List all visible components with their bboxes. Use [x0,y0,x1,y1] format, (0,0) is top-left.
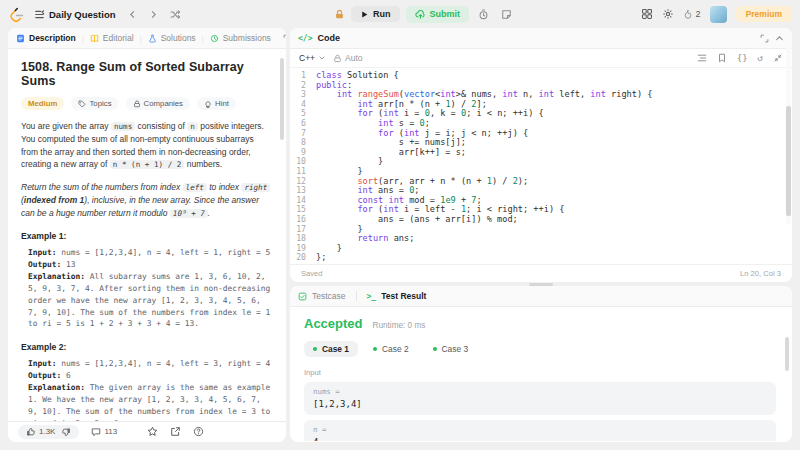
tab-solutions[interactable]: Solutions [148,33,196,43]
avatar[interactable] [710,6,727,23]
description-panel-tabs: Description | Editorial | Solutions | [8,28,286,49]
description-doc-icon [16,34,25,43]
daily-question-nav[interactable]: Daily Question [31,6,119,23]
leetcode-logo[interactable] [10,7,25,22]
code-line[interactable]: 1class Solution { [290,71,792,81]
apps-grid-icon[interactable] [641,8,653,20]
settings-gear-icon[interactable] [662,8,674,20]
share-button[interactable] [170,426,181,437]
tab-editorial-label: Editorial [103,33,134,43]
example-1-input: nums = [1,2,3,4], n = 4, left = 1, right… [61,248,270,257]
auto-label: Auto [345,53,363,63]
n-field-value: 4 [313,437,767,441]
tab-separator: | [82,34,84,43]
test-result-scrollbar[interactable] [785,337,789,441]
streak-count: 2 [696,9,701,19]
tab-editorial[interactable]: Editorial [90,33,134,43]
example-1-label: Example 1: [21,231,272,241]
dislike-button[interactable] [61,427,71,437]
input-label: Input: [28,248,57,257]
prev-problem-button[interactable] [125,7,140,22]
description-footer: 1.3K 113 [8,421,286,441]
example-2: Example 2: Input: nums = [1,2,3,4], n = … [21,342,272,421]
n-field[interactable]: n = 4 [304,420,776,441]
case-2-chip[interactable]: Case 2 [364,341,418,357]
input-section-label: Input [304,368,776,377]
solutions-flask-icon [148,34,157,43]
editorial-book-icon [90,34,99,43]
code-line[interactable]: 16 ans = (ans + arr[i]) % mod; [290,215,792,225]
language-selector[interactable]: C++ [299,53,326,63]
help-button[interactable] [193,426,204,437]
test-panel-tabs: Testcase >_ Test Result [290,286,792,307]
reset-code-icon[interactable]: ↺ [758,53,763,63]
auto-toggle[interactable]: Auto [333,53,363,63]
code-editor[interactable]: 1class Solution {2public:3 int rangeSum(… [290,68,792,264]
like-button[interactable]: 1.3K [26,427,55,437]
nums-field-value: [1,2,3,4] [313,399,767,409]
random-problem-button[interactable] [167,6,184,23]
tab-description[interactable]: Description [16,33,76,43]
example-2-label: Example 2: [21,342,272,352]
cursor-position: Ln 20, Col 3 [740,269,781,278]
top-bar: Daily Question Run [0,0,800,28]
case-pass-dot [433,347,437,351]
submit-button[interactable]: Submit [406,6,470,23]
code-line[interactable]: 10 } [290,157,792,167]
comment-count: 113 [104,427,117,436]
code-scrollbar[interactable] [786,28,791,224]
language-label: C++ [299,53,315,63]
snippets-icon[interactable]: {} [737,53,748,63]
verdict-status: Accepted [304,316,363,331]
explanation-label: Explanation: [28,383,85,392]
topics-label: Topics [89,99,111,108]
tab-divider [356,291,357,301]
format-code-icon[interactable] [697,53,707,63]
premium-button[interactable]: Premium [736,6,792,22]
difficulty-badge[interactable]: Medium [21,97,64,110]
problem-paragraph-1: You are given the array nums consisting … [21,120,272,171]
input-label: Input: [28,359,57,368]
fold-panel-icon[interactable] [773,53,783,63]
timer-icon[interactable] [475,6,492,23]
bookmark-icon[interactable] [717,53,727,63]
code-line[interactable]: 19 } [290,244,792,254]
code-icon: </> [298,34,312,43]
tab-testcase[interactable]: Testcase [298,291,346,301]
topics-badge[interactable]: Topics [71,97,118,110]
favorite-star-button[interactable] [147,426,158,437]
tab-test-result[interactable]: >_ Test Result [367,291,427,301]
case-3-label: Case 3 [442,344,469,354]
case-1-chip[interactable]: Case 1 [304,341,358,357]
next-problem-button[interactable] [146,7,161,22]
expand-code-icon[interactable] [760,34,769,43]
streak-counter[interactable]: 2 [683,9,701,20]
hint-badge[interactable]: Hint [197,97,236,110]
debug-lock-icon[interactable] [334,9,345,20]
comments-button[interactable]: 113 [91,427,117,437]
example-2-body: Input: nums = [1,2,3,4], n = 4, left = 3… [21,358,272,421]
output-label: Output: [28,260,61,269]
case-3-chip[interactable]: Case 3 [424,341,478,357]
problem-title: 1508. Range Sum of Sorted Subarray Sums [21,60,272,88]
terminal-icon: >_ [367,292,377,301]
lock-icon [133,100,141,108]
output-label: Output: [28,371,61,380]
nums-field[interactable]: nums = [1,2,3,4] [304,382,776,415]
companies-label: Companies [144,99,183,108]
tab-description-label: Description [29,33,76,43]
description-scrollbar[interactable] [280,54,284,420]
example-2-input: nums = [1,2,3,4], n = 4, left = 3, right… [61,359,270,368]
chevron-down-icon [318,54,326,62]
companies-badge[interactable]: Companies [126,97,190,110]
code-line[interactable]: 18 return ans; [290,234,792,244]
collapse-code-icon[interactable] [775,34,784,43]
code-toolbar: C++ Auto {} ↺ [290,49,792,68]
notes-icon[interactable] [498,6,515,23]
run-button[interactable]: Run [351,6,400,22]
code-panel-title: </> Code [298,33,340,43]
code-line[interactable]: 20}; [290,253,792,263]
saved-status: Saved [301,269,323,278]
tab-submissions[interactable]: Submissions [210,33,271,43]
expand-panel-icon[interactable] [283,34,286,43]
